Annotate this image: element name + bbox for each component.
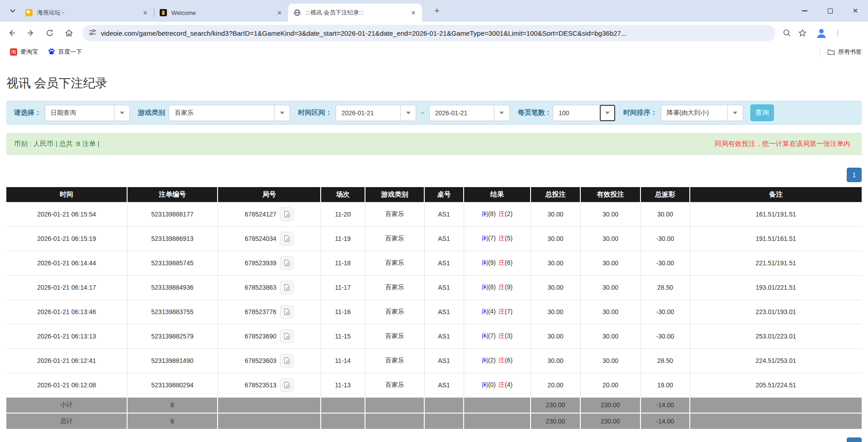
- dark-emblem-favicon-icon: [160, 9, 167, 16]
- cell-game-type: 百家乐: [365, 300, 424, 324]
- cell-table-no: AS1: [424, 300, 464, 324]
- cell-result: 闲(0)庄(4): [464, 373, 531, 397]
- cell-session: 11-19: [321, 226, 365, 251]
- cell-session: 11-16: [321, 300, 365, 324]
- new-tab-button[interactable]: +: [431, 5, 443, 17]
- cell-note: 205.51/224.51: [690, 373, 862, 397]
- chevron-down-icon[interactable]: [114, 105, 129, 121]
- bookmark-star-icon[interactable]: [795, 26, 810, 40]
- tab-welcome[interactable]: Welcome ✕: [154, 4, 288, 22]
- bookmark-baidu[interactable]: 百度一下: [48, 48, 82, 56]
- bookmark-aitaobao[interactable]: 淘 爱淘宝: [10, 48, 38, 56]
- cell-game-type: 百家乐: [365, 324, 424, 348]
- query-type-combobox[interactable]: 日期查询: [45, 105, 130, 121]
- video-record-icon[interactable]: [280, 329, 294, 343]
- tab-haiyan-forum[interactable]: 海燕论坛 - ✕: [20, 4, 154, 22]
- cell-game-type: 百家乐: [365, 226, 424, 251]
- close-tab-icon[interactable]: ✕: [409, 9, 417, 17]
- cell-total-bet-link[interactable]: 20.00: [531, 373, 580, 397]
- chevron-down-icon[interactable]: [400, 105, 416, 121]
- per-page-label: 每页笔数 :: [518, 108, 549, 117]
- cell-total-bet-link[interactable]: 30.00: [531, 226, 580, 251]
- cell-order-id: 523139888177: [127, 202, 218, 226]
- cell-total-bet-link[interactable]: 30.00: [531, 275, 580, 300]
- game-type-combobox[interactable]: 百家乐: [169, 105, 290, 121]
- bookmark-label: 爱淘宝: [20, 48, 38, 56]
- col-time: 时间: [6, 187, 127, 202]
- chevron-down-icon[interactable]: [600, 105, 615, 121]
- subtotal-row: 小计 8 230.00 230.00 -14.00: [6, 397, 862, 413]
- cell-total-bet-link[interactable]: 30.00: [531, 324, 580, 348]
- tab-search-chevron-icon[interactable]: [6, 5, 19, 17]
- page-1-button-bottom[interactable]: 1: [847, 437, 862, 442]
- back-icon[interactable]: [5, 26, 19, 40]
- cell-table-no: AS1: [424, 251, 464, 275]
- cell-round-id: 678523939: [218, 251, 321, 275]
- cell-valid-bet: 30.00: [580, 251, 640, 275]
- video-record-icon[interactable]: [280, 378, 294, 392]
- close-tab-icon[interactable]: ✕: [141, 9, 149, 17]
- total-row: 总计 8 230.00 230.00 -14.00: [6, 413, 862, 429]
- page-1-button[interactable]: 1: [847, 168, 862, 182]
- cell-table-no: AS1: [424, 226, 464, 251]
- close-window-button[interactable]: ✕: [843, 0, 868, 22]
- query-type-value: 日期查询: [45, 105, 114, 121]
- cell-valid-bet: 30.00: [580, 202, 640, 226]
- cell-total-bet-link[interactable]: 30.00: [531, 251, 580, 275]
- cell-total-bet-link[interactable]: 30.00: [531, 202, 580, 226]
- cell-valid-bet: 20.00: [580, 373, 640, 397]
- cell-valid-bet: 30.00: [580, 324, 640, 348]
- cell-round-id: 678523603: [218, 348, 321, 373]
- cell-game-type: 百家乐: [365, 202, 424, 226]
- cell-table-no: AS1: [424, 324, 464, 348]
- close-tab-icon[interactable]: ✕: [275, 9, 284, 17]
- video-record-icon[interactable]: [280, 207, 294, 221]
- zoom-magnifier-icon[interactable]: [780, 26, 794, 40]
- chevron-down-icon[interactable]: [274, 105, 289, 121]
- cell-payout: 28.50: [640, 275, 690, 300]
- date-start-combobox[interactable]: 2026-01-21: [336, 105, 416, 121]
- maximize-button[interactable]: [817, 0, 843, 22]
- menu-kebab-icon[interactable]: ⋮: [832, 28, 843, 38]
- cell-time: 2026-01-21 06:14:44: [6, 251, 127, 275]
- game-type-value: 百家乐: [169, 105, 274, 121]
- cell-table-no: AS1: [424, 373, 464, 397]
- address-bar[interactable]: videoie.com/game/betrecord_search/kind3?…: [82, 25, 775, 41]
- minimize-button[interactable]: [792, 0, 817, 22]
- sort-value: 降幂(由大到小): [661, 105, 727, 121]
- search-button[interactable]: 查询: [750, 104, 774, 121]
- cell-payout: -30.00: [640, 226, 690, 251]
- profile-avatar[interactable]: [815, 27, 828, 39]
- cell-total-bet-link[interactable]: 30.00: [531, 348, 580, 373]
- reload-icon[interactable]: [43, 26, 57, 40]
- video-record-icon[interactable]: [280, 354, 294, 367]
- sort-combobox[interactable]: 降幂(由大到小): [661, 105, 743, 121]
- cell-game-type: 百家乐: [365, 348, 424, 373]
- game-type-label: 游戏类别: [138, 108, 165, 117]
- table-header-row: 时间 注单编号 局号 场次 游戏类别 桌号 结果 总投注 有效投注 总派彩 备注: [6, 187, 862, 202]
- sort-label: 时间排序：: [623, 108, 657, 117]
- col-session: 场次: [321, 187, 365, 202]
- forward-icon[interactable]: [24, 26, 38, 40]
- total-valid-bet: 230.00: [580, 413, 640, 429]
- video-record-icon[interactable]: [280, 256, 294, 270]
- per-page-combobox[interactable]: 100: [553, 105, 615, 121]
- subtotal-count: 8: [127, 397, 218, 413]
- chevron-down-icon[interactable]: [727, 105, 743, 121]
- url-text[interactable]: videoie.com/game/betrecord_search/kind3?…: [101, 29, 769, 37]
- cell-session: 11-17: [321, 275, 365, 300]
- video-record-icon[interactable]: [280, 281, 294, 294]
- all-bookmarks[interactable]: 所有书签: [820, 48, 862, 56]
- cell-total-bet-link[interactable]: 30.00: [531, 300, 580, 324]
- cell-order-id: 523139884936: [127, 275, 218, 300]
- col-result: 结果: [464, 187, 531, 202]
- date-end-combobox[interactable]: 2026-01-21: [429, 105, 510, 121]
- cell-note: 224.51/253.01: [690, 348, 862, 373]
- tab-bet-records-active[interactable]: :::视讯 会员下注纪录::: ✕: [288, 4, 422, 22]
- site-settings-tune-icon[interactable]: [89, 28, 96, 38]
- video-record-icon[interactable]: [280, 232, 294, 245]
- video-record-icon[interactable]: [280, 305, 294, 319]
- cell-round-id: 678524127: [218, 202, 321, 226]
- home-icon[interactable]: [62, 26, 76, 40]
- chevron-down-icon[interactable]: [494, 105, 509, 121]
